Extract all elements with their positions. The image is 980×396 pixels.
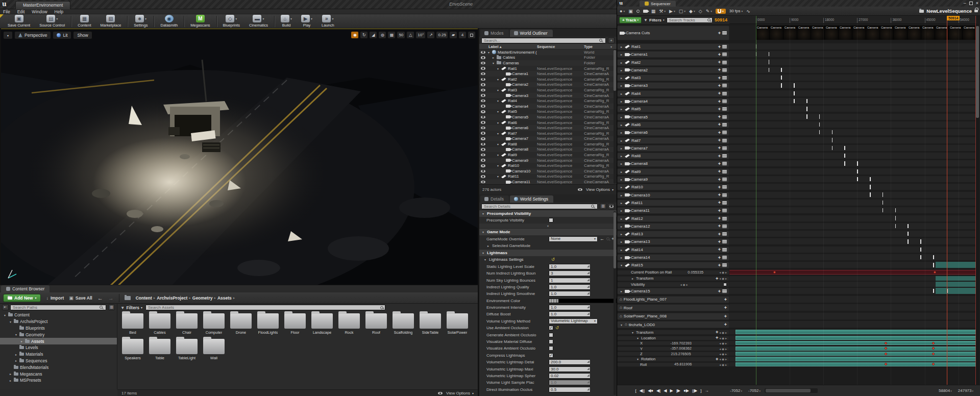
lock-icon[interactable] xyxy=(974,10,978,12)
tree-item-assets[interactable]: ▸Assets xyxy=(0,338,117,344)
grid-snap-value[interactable]: 50 xyxy=(397,31,405,39)
track-timeline[interactable] xyxy=(729,114,976,120)
track-label-panel[interactable]: ▸Rail11+ xyxy=(617,200,729,206)
track-timeline[interactable] xyxy=(729,288,976,294)
track-label-panel[interactable]: ▸Camera8+ xyxy=(617,160,729,167)
track-value[interactable]: -357.008362 xyxy=(670,346,692,351)
add-section-button[interactable]: + xyxy=(718,192,721,197)
track-label-panel[interactable]: ▸Camera1+ xyxy=(617,51,729,58)
setting-value-spinbox[interactable]: 1.0 xyxy=(549,305,591,310)
expander-icon[interactable]: ▸ xyxy=(486,244,490,247)
track-options-icon[interactable] xyxy=(722,256,727,259)
track-label-panel[interactable]: ▸Rail13+ xyxy=(617,231,729,237)
expander-icon[interactable]: ▾ xyxy=(631,331,634,334)
keyframe-dot[interactable] xyxy=(934,271,936,274)
toolbar-blueprints-button[interactable]: ◇▾Blueprints xyxy=(218,14,244,28)
search-tracks-input[interactable] xyxy=(667,17,713,23)
breadcrumb-content[interactable]: Content xyxy=(136,295,152,301)
tree-item-geometry[interactable]: ▾Geometry xyxy=(0,331,117,338)
expander-icon[interactable]: ▸ xyxy=(9,379,12,382)
asset-folder-landscape[interactable]: Landscape xyxy=(311,313,333,335)
visibility-eye-icon[interactable] xyxy=(481,51,485,54)
transport-control-button[interactable]: ◀ xyxy=(664,388,667,393)
section-range[interactable] xyxy=(736,330,976,334)
details-search-input[interactable] xyxy=(481,204,598,209)
track-row-transform[interactable]: ▾Transform+◂◆▸ xyxy=(617,330,976,335)
keyframe-mark[interactable] xyxy=(769,60,770,64)
setting-value-spinbox[interactable]: 0.5 xyxy=(549,387,591,392)
expander-icon[interactable]: ▾ xyxy=(487,51,491,54)
setting-value-spinbox[interactable]: 200.0 xyxy=(549,359,591,365)
section-range[interactable] xyxy=(736,352,976,356)
track-timeline[interactable] xyxy=(729,90,976,97)
browse-icon[interactable] xyxy=(606,237,609,240)
outliner-row[interactable]: ▾Rail8NewLevelSequenceCameraRig_R xyxy=(479,141,617,147)
expander-icon[interactable]: ▸ xyxy=(620,209,623,212)
tree-item-levels[interactable]: Levels xyxy=(0,344,117,351)
add-key-icon[interactable]: ◆ xyxy=(722,352,724,356)
track-label-panel[interactable]: ▸Rail1+ xyxy=(617,43,729,50)
playback-options-icon[interactable]: ▶▾ xyxy=(669,9,675,14)
outliner-row[interactable]: ▾Rail4NewLevelSequenceCameraRig_R xyxy=(479,98,617,104)
track-options-icon[interactable] xyxy=(722,123,727,127)
working-range-end[interactable]: 247973 xyxy=(958,388,973,393)
track-row-camera5[interactable]: ▸Camera5+ xyxy=(617,114,976,120)
track-row-rail4[interactable]: ▸Rail4+ xyxy=(617,90,976,97)
add-section-button[interactable]: + xyxy=(718,154,721,159)
track-timeline[interactable] xyxy=(729,270,976,275)
next-key-icon[interactable]: ▸ xyxy=(725,347,727,351)
world-space-button[interactable]: ◍ xyxy=(378,31,386,39)
track-timeline[interactable] xyxy=(729,184,976,190)
toolbar-settings-button[interactable]: ∗▾Settings xyxy=(129,14,152,28)
collapse-sources-button[interactable]: ⇤ xyxy=(2,304,9,310)
next-key-icon[interactable]: ▸ xyxy=(725,341,727,345)
scrollbar-thumb[interactable] xyxy=(976,26,979,118)
track-row-x[interactable]: X-169.702393◂◆▸ xyxy=(617,341,976,345)
visibility-eye-icon[interactable] xyxy=(481,132,485,135)
next-key-icon[interactable]: ▸ xyxy=(686,283,688,286)
outliner-scrollbar[interactable] xyxy=(614,49,616,184)
expander-icon[interactable]: ▸ xyxy=(620,289,623,293)
search-assets-input[interactable] xyxy=(145,305,385,310)
add-key-button[interactable]: + xyxy=(716,276,718,281)
track-row-camera15[interactable]: ▸Camera15+ xyxy=(617,288,976,294)
outliner-row[interactable]: Camera7NewLevelSequenceCineCameraA xyxy=(479,136,617,142)
track-timeline[interactable] xyxy=(729,215,976,222)
visibility-eye-icon[interactable] xyxy=(481,100,485,103)
playhead-label[interactable]: 50914 xyxy=(947,16,960,20)
track-options-icon[interactable] xyxy=(722,248,727,252)
keyframe-mark[interactable] xyxy=(844,146,845,150)
add-section-button[interactable]: + xyxy=(718,239,721,244)
expander-icon[interactable]: ▾ xyxy=(496,99,500,103)
add-key-icon[interactable]: ◆ xyxy=(722,336,724,340)
track-timeline[interactable] xyxy=(729,153,976,159)
tree-item-megascans[interactable]: ▸Megascans xyxy=(0,370,117,377)
history-back-button[interactable]: ← xyxy=(97,295,103,301)
expander-icon[interactable]: ▸ xyxy=(620,193,623,197)
filters-button[interactable]: ▼Filters▾ xyxy=(120,305,142,310)
expander-icon[interactable]: ▸ xyxy=(620,115,623,119)
camera-cut-thumbnail[interactable]: Camera xyxy=(908,26,921,40)
transport-control-button[interactable]: ●▶ xyxy=(683,388,689,393)
track-timeline[interactable] xyxy=(729,362,976,367)
add-section-button[interactable]: + xyxy=(718,130,721,135)
track-timeline[interactable] xyxy=(729,137,976,144)
track-label-panel[interactable]: ▸Rail6+ xyxy=(617,121,729,128)
expander-icon[interactable]: ▾ xyxy=(9,320,12,324)
details-view-options-button[interactable] xyxy=(608,203,615,209)
track-timeline[interactable] xyxy=(729,223,976,230)
tree-item-sequences[interactable]: ▸Sequences xyxy=(0,358,117,364)
scrollbar-thumb[interactable] xyxy=(614,50,616,91)
outliner-row[interactable]: Camera8NewLevelSequenceCineCameraA xyxy=(479,147,617,153)
expander-icon[interactable]: ▾ xyxy=(496,164,500,167)
timeline-hscrollbar[interactable] xyxy=(765,388,818,393)
details-display-filter-button[interactable]: ▥ xyxy=(600,203,606,209)
keyframe-dot[interactable] xyxy=(885,342,887,344)
expander-icon[interactable]: ▸ xyxy=(14,359,18,362)
track-label-panel[interactable]: ▸Rail9+ xyxy=(617,168,729,175)
keyframe-mark[interactable] xyxy=(933,263,934,267)
expander-icon[interactable]: ▸ xyxy=(620,68,623,72)
viewport-3d[interactable]: ▾ Perspective Lit Show ◉ ↻ ◢ ◍ ▦ 50 △ 10… xyxy=(1,29,478,285)
keyframe-mark[interactable] xyxy=(806,114,807,118)
transport-control-button[interactable]: ◀| xyxy=(656,388,660,393)
